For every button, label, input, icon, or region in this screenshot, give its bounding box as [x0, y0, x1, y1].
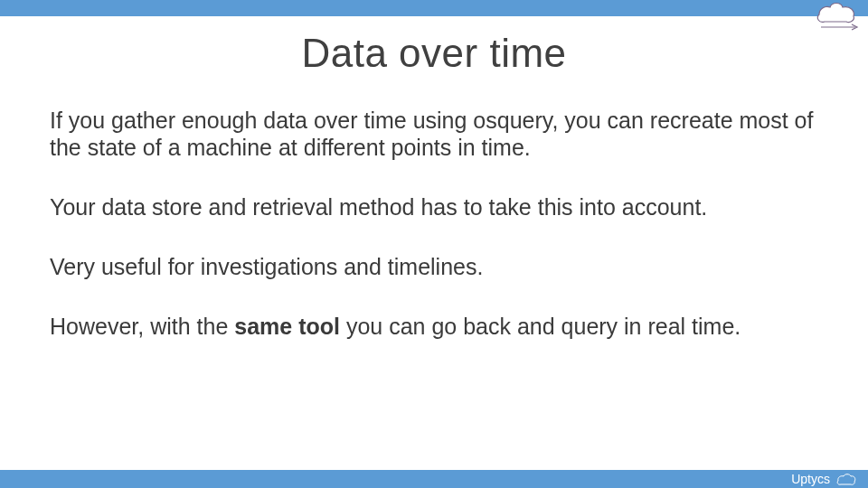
top-accent-bar	[0, 0, 868, 16]
slide-title: Data over time	[0, 31, 868, 76]
cloud-icon	[834, 472, 857, 486]
cloud-arrow-icon	[810, 0, 861, 33]
body-paragraph-4-pre: However, with the	[50, 314, 234, 339]
body-paragraph-2: Your data store and retrieval method has…	[50, 193, 818, 221]
brand-name: Uptycs	[791, 472, 830, 486]
body-paragraph-4-post: you can go back and query in real time.	[340, 314, 741, 339]
brand-block: Uptycs	[791, 470, 857, 488]
slide-body: If you gather enough data over time usin…	[50, 107, 818, 372]
bottom-accent-bar	[0, 470, 868, 488]
body-paragraph-1: If you gather enough data over time usin…	[50, 107, 818, 161]
body-paragraph-3: Very useful for investigations and timel…	[50, 253, 818, 280]
body-paragraph-4-bold: same tool	[234, 314, 340, 339]
body-paragraph-4: However, with the same tool you can go b…	[50, 313, 818, 340]
